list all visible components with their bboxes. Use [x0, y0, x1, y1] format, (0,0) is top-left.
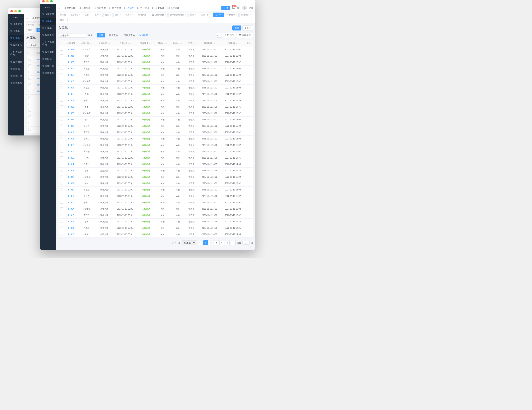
record-link[interactable]: I-1015	[68, 220, 74, 223]
record-link[interactable]: I-1014	[68, 227, 74, 229]
sidebar-item-list[interactable]: 出入库明细	[40, 39, 56, 49]
sidebar-item-supplier[interactable]: 供应商	[40, 55, 56, 63]
row-checkbox[interactable]	[28, 58, 31, 61]
menu-toggle-icon[interactable]: ☰	[26, 17, 28, 19]
filter-all[interactable]: 全部	[97, 33, 105, 37]
close-icon[interactable]: ×	[89, 14, 90, 16]
row-checkbox[interactable]	[60, 86, 63, 89]
select-all-checkbox[interactable]	[28, 52, 31, 54]
column-header[interactable]: 入库仓库⇅▾	[78, 40, 95, 46]
sidebar-item-clipboard[interactable]: 库存盘点	[40, 32, 56, 39]
tab[interactable]: 费用×	[58, 18, 68, 22]
record-link[interactable]: I-1017	[68, 80, 74, 82]
tab[interactable]: 供应商×	[124, 13, 135, 17]
sort-icon[interactable]: ⇅	[212, 42, 214, 44]
tab[interactable]: 仪表盘	[58, 13, 68, 17]
topnav-finance[interactable]: 财务管理	[109, 7, 121, 9]
record-link[interactable]: I-1014	[68, 100, 74, 102]
sort-icon[interactable]: ⇅	[236, 42, 237, 44]
row-checkbox[interactable]	[60, 93, 63, 95]
row-checkbox[interactable]	[28, 122, 31, 124]
close-icon[interactable]: ×	[33, 29, 34, 31]
tab[interactable]: 回款×	[189, 13, 198, 17]
sidebar-item-list[interactable]: 出入库明细	[8, 49, 24, 59]
sidebar-item-upload[interactable]: 出库单	[8, 35, 24, 42]
sidebar-item-supplier[interactable]: 供应商	[8, 65, 24, 73]
close-icon[interactable]: ×	[147, 14, 148, 16]
tab[interactable]: 采购订单×	[199, 13, 212, 17]
tab[interactable]: 报价×	[114, 13, 123, 17]
row-checkbox[interactable]	[60, 61, 63, 63]
row-checkbox[interactable]	[60, 175, 63, 178]
column-header[interactable]: 入库时间⇅▾	[113, 40, 137, 46]
tab[interactable]: 仓库管理×	[69, 13, 82, 17]
column-header[interactable]: 负责人⇅▾	[170, 40, 185, 46]
record-link[interactable]: I-1015	[68, 93, 74, 95]
record-link[interactable]: I-1014	[68, 163, 74, 165]
record-link[interactable]: I-1018	[68, 74, 74, 76]
maximize-dot-icon[interactable]	[18, 10, 21, 12]
close-dot-icon[interactable]	[10, 10, 13, 12]
row-checkbox[interactable]	[60, 105, 63, 108]
row-checkbox[interactable]	[60, 131, 63, 134]
row-checkbox[interactable]	[28, 83, 31, 86]
next-page[interactable]: ›	[231, 240, 236, 245]
recycle-link[interactable]: 回收站	[139, 34, 148, 37]
sort-icon[interactable]: ⇅	[164, 42, 166, 44]
row-checkbox[interactable]	[60, 220, 63, 223]
sort-icon[interactable]: ⇅	[128, 42, 129, 44]
tab[interactable]: 线索×	[83, 13, 92, 17]
record-link[interactable]: I-1021	[68, 118, 74, 121]
row-checkbox[interactable]	[60, 195, 63, 197]
row-checkbox[interactable]	[60, 182, 63, 184]
page-number[interactable]: 4	[219, 240, 224, 245]
tab[interactable]: 库存调拨×	[239, 13, 253, 17]
minimize-dot-icon[interactable]	[46, 0, 49, 2]
row-checkbox[interactable]	[28, 71, 31, 73]
schedule-button[interactable]: 日程	[221, 6, 230, 10]
tab[interactable]: 仪表盘	[26, 23, 36, 27]
topnav-project[interactable]: 项目管理	[94, 7, 106, 9]
sidebar-item-download[interactable]: 入库单	[40, 18, 56, 25]
row-checkbox[interactable]	[60, 207, 63, 210]
filter-icon[interactable]: ▾	[130, 42, 131, 44]
sort-icon[interactable]: ⇅	[149, 42, 150, 44]
page-number[interactable]: 5	[225, 240, 230, 245]
filter-icon[interactable]: ▾	[166, 42, 167, 44]
row-checkbox[interactable]	[28, 109, 31, 112]
topnav-bi[interactable]: 商业智能	[152, 7, 164, 9]
row-checkbox[interactable]	[28, 128, 31, 131]
tab[interactable]: 目录数据统计报×	[168, 13, 188, 17]
filter-mine[interactable]: 我负责的	[107, 33, 120, 37]
sidebar-item-return[interactable]: 采购退货	[8, 80, 24, 86]
close-icon[interactable]: ×	[65, 19, 66, 21]
filter-sub[interactable]: 下属负责的	[122, 33, 137, 37]
sidebar-item-clipboard[interactable]: 库存盘点	[8, 42, 24, 49]
record-link[interactable]: I-1020	[68, 125, 74, 127]
record-link[interactable]: I-1018	[68, 138, 74, 140]
row-checkbox[interactable]	[60, 55, 63, 57]
sort-icon[interactable]: ⇅	[107, 42, 108, 44]
sidebar-item-cart[interactable]: 采购订单	[40, 63, 56, 70]
tab[interactable]: 入库单×	[213, 13, 224, 17]
record-link[interactable]: I-1019	[68, 68, 74, 70]
sidebar-item-return[interactable]: 采购退货	[40, 70, 56, 76]
record-link[interactable]: I-1021	[68, 55, 74, 57]
tab[interactable]: 客户×	[93, 13, 103, 17]
record-link[interactable]: I-1016	[68, 87, 74, 89]
row-checkbox[interactable]	[60, 80, 63, 82]
column-header[interactable]: 创建时间⇅▾	[198, 40, 221, 46]
search-input[interactable]	[58, 33, 86, 38]
row-checkbox[interactable]	[60, 99, 63, 102]
refresh-icon[interactable]	[216, 33, 221, 38]
row-checkbox[interactable]	[60, 137, 63, 140]
record-link[interactable]: I-1017	[68, 144, 74, 146]
filter-icon[interactable]: ▾	[238, 42, 238, 44]
sidebar-item-upload[interactable]: 出库单	[40, 25, 56, 32]
filter-icon[interactable]: ▾	[109, 42, 110, 44]
goto-input[interactable]	[242, 241, 249, 245]
close-icon[interactable]: ×	[185, 14, 186, 16]
record-link[interactable]: I-1020	[68, 189, 74, 191]
sidebar-item-home[interactable]: 仓库管理	[40, 11, 56, 18]
topnav-inventory[interactable]: 进销存	[124, 7, 134, 9]
